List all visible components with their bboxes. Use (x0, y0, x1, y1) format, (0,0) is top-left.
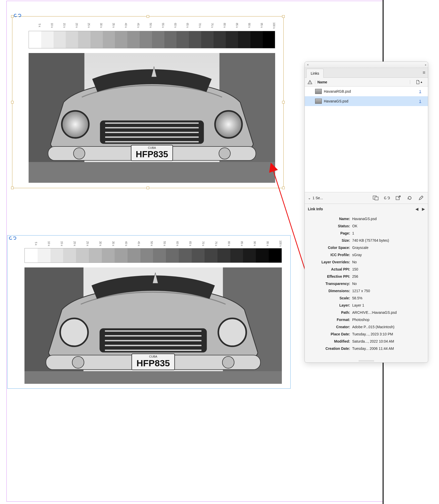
link-name: HavanaRGB.psd (324, 89, 412, 93)
panel-menu-icon[interactable]: ≡ (423, 70, 425, 75)
links-row[interactable]: HavanaRGB.psd 1 (305, 86, 428, 96)
link-info-title: Link Info (308, 207, 416, 211)
gradient-label: 10 k (37, 239, 50, 248)
chevron-down-icon: ⌄ (308, 196, 311, 200)
column-name[interactable]: Name (315, 80, 410, 84)
selection-handle[interactable] (11, 15, 14, 18)
page-icon (416, 80, 420, 84)
link-page[interactable]: 1 (412, 99, 428, 103)
info-value: No (352, 282, 424, 286)
gradient-label: 25 k (76, 239, 89, 248)
info-row: Effective PPI:256 (308, 273, 424, 280)
link-icon (9, 235, 16, 241)
info-key: Creation Date: (308, 346, 352, 351)
info-value: 740 KB (757764 bytes) (352, 238, 424, 242)
info-value: ARCHIVE...:HavanaGS.psd (352, 310, 424, 315)
gradient-label: 5 k (29, 20, 41, 31)
edit-original-button[interactable] (417, 194, 425, 202)
info-row: Name:HavanaGS.psd (308, 215, 424, 222)
gradient-label: 70 k (189, 20, 201, 31)
gradient-label: 55 k (153, 239, 166, 248)
relink-button[interactable] (383, 194, 391, 202)
gradient-strip: 5 k10 k15 k20 k25 k30 k35 k40 k45 k50 k5… (29, 20, 275, 48)
info-value: Photoshop (352, 318, 424, 322)
info-key: Page: (308, 231, 352, 235)
svg-point-11 (215, 111, 242, 138)
gradient-label: 25 k (78, 20, 90, 31)
go-to-link-button[interactable] (394, 194, 402, 202)
selection-handle[interactable] (147, 15, 149, 18)
info-value: Adobe P...015 (Macintosh) (352, 325, 424, 329)
panel-titlebar[interactable]: × ‹‹ (305, 62, 428, 68)
info-value: 58.5% (352, 296, 424, 300)
selection-handle[interactable] (147, 187, 149, 189)
gradient-label: 40 k (115, 20, 127, 31)
gradient-label: 65 k (177, 20, 189, 31)
info-key: Path: (308, 310, 352, 315)
placed-image: CUBA HFP835 (29, 53, 275, 183)
next-link-button[interactable]: ▶ (422, 207, 425, 211)
selection-count-text: 1 Se... (313, 196, 323, 200)
info-key: Transparency: (308, 282, 352, 286)
info-key: Creator: (308, 325, 352, 329)
info-key: Name: (308, 217, 352, 221)
gradient-label: 70 k (192, 239, 205, 248)
selection-handle[interactable] (282, 101, 285, 103)
info-value: 256 (352, 274, 424, 279)
info-row: Path:ARCHIVE...:HavanaGS.psd (308, 309, 424, 316)
column-page[interactable]: ▴ (410, 80, 428, 84)
svg-rect-21 (24, 371, 282, 384)
gradient-label: 85 k (230, 239, 243, 248)
gradient-label: 30 k (89, 239, 102, 248)
links-row[interactable]: HavanaGS.psd 1 (305, 96, 428, 106)
selection-handle[interactable] (11, 187, 14, 189)
info-key: Format: (308, 318, 352, 322)
info-row: Format:Photoshop (308, 316, 424, 323)
gradient-label: 40 k (115, 239, 128, 248)
info-value: Saturda..., 2022 10:04 AM (352, 339, 424, 343)
svg-rect-40 (375, 197, 378, 200)
link-info-header[interactable]: Link Info ◀ ▶ (305, 204, 428, 214)
gradient-label: 95 k (256, 239, 269, 248)
info-value: HavanaGS.psd (352, 217, 424, 221)
link-page[interactable]: 1 (412, 89, 428, 93)
svg-point-38 (310, 83, 310, 83)
panel-tabs: Links ≡ (305, 68, 428, 78)
warning-icon[interactable] (305, 80, 315, 84)
svg-point-32 (222, 357, 234, 368)
selection-handle[interactable] (11, 101, 14, 103)
relink-cc-button[interactable] (372, 194, 379, 202)
gradient-label: 75 k (205, 239, 217, 248)
gradient-label: 60 k (166, 239, 179, 248)
image-frame-selected[interactable]: 5 k10 k15 k20 k25 k30 k35 k40 k45 k50 k5… (12, 16, 284, 188)
tab-links[interactable]: Links (306, 69, 324, 78)
list-header[interactable]: Name ▴ (305, 78, 428, 86)
resize-grip[interactable] (305, 359, 428, 362)
prev-link-button[interactable]: ◀ (416, 207, 418, 211)
image-frame[interactable]: 5 k10 k15 k20 k25 k30 k35 k40 k45 k50 k5… (7, 235, 291, 389)
info-value: Layer 1 (352, 303, 424, 307)
sort-arrow-icon: ▴ (421, 80, 422, 84)
info-row: Layer:Layer 1 (308, 302, 424, 309)
info-key: Modified: (308, 339, 352, 343)
gradient-label: 65 k (179, 239, 192, 248)
selection-count[interactable]: ⌄ 1 Se... (308, 196, 323, 200)
links-list[interactable]: HavanaRGB.psd 1 HavanaGS.psd 1 (305, 86, 428, 192)
info-key: Layer: (308, 303, 352, 307)
collapse-icon[interactable]: ‹‹ (425, 63, 426, 67)
links-panel[interactable]: × ‹‹ Links ≡ Name ▴ HavanaRGB.psd 1 Hava… (305, 62, 428, 363)
gradient-label: 10 k (41, 20, 53, 31)
svg-point-14 (219, 148, 230, 159)
info-row: Creation Date:Tuesday... 2006 11:44 AM (308, 345, 424, 352)
gradient-label: 35 k (102, 239, 115, 248)
info-row: Transparency:No (308, 280, 424, 287)
update-link-button[interactable] (406, 194, 413, 202)
info-value: Grayscale (352, 246, 424, 250)
close-icon[interactable]: × (307, 63, 309, 67)
info-row: Page:1 (308, 230, 424, 237)
selection-handle[interactable] (282, 15, 285, 18)
selection-handle[interactable] (282, 187, 285, 189)
gradient-label: 15 k (53, 20, 66, 31)
info-row: Modified:Saturda..., 2022 10:04 AM (308, 338, 424, 345)
info-row: Status:OK (308, 222, 424, 230)
